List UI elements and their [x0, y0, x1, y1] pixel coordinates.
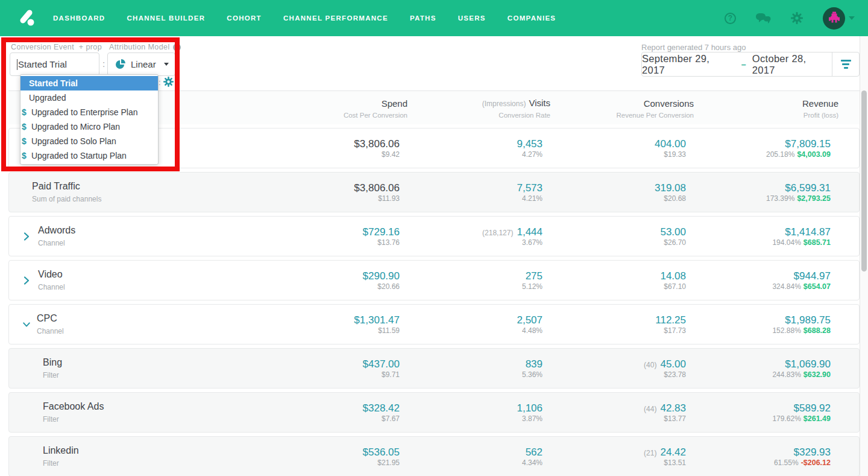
conversions-cell: 319.08 $20.68 — [563, 182, 693, 203]
conversions-count: (21) — [644, 449, 656, 457]
profit-amount: $2,793.25 — [797, 194, 831, 203]
impressions-value: (218,127) — [482, 229, 513, 237]
user-menu[interactable] — [823, 7, 855, 30]
attribution-model-label: Attribution Model i — [109, 43, 181, 51]
cost-per-conversion: $13.76 — [226, 238, 407, 247]
conversion-event-value: Started Trial — [18, 59, 67, 69]
caret-down-icon — [164, 63, 169, 66]
table-row[interactable]: Linkedin Filter $536.05 $21.95 562 4.34%… — [8, 436, 860, 476]
row-name: CPC — [37, 313, 64, 324]
profit-pct: 173.39% — [766, 194, 794, 203]
nav-item-dashboard[interactable]: DASHBOARD — [53, 14, 105, 22]
conversions-cell: (40)45.00 $23.78 — [563, 358, 693, 379]
revenue-cell: $7,809.15 205.18%$4,003.09 — [706, 138, 838, 159]
conversions-value: 53.00 — [660, 226, 686, 238]
table-row[interactable]: Video Channel $290.90 $20.66 275 5.12% 1… — [8, 260, 860, 300]
dollar-icon: $ — [22, 148, 29, 163]
revenue-value: $7,809.15 — [785, 138, 831, 150]
attribution-logo[interactable] — [17, 8, 37, 28]
attribution-model-select[interactable]: Linear — [107, 52, 175, 76]
conversion-event-input[interactable]: Started Trial — [10, 52, 99, 76]
settings-gear-icon[interactable] — [163, 77, 174, 89]
nav-item-channel-builder[interactable]: CHANNEL BUILDER — [127, 14, 205, 22]
conversion-rate: 5.36% — [420, 370, 550, 379]
revenue-cell: $589.92 179.62%$261.49 — [706, 402, 838, 423]
chevron-right-icon[interactable] — [24, 276, 32, 285]
nav-item-users[interactable]: USERS — [458, 14, 486, 22]
spend-cell: $3,806.06 $11.93 — [226, 182, 407, 203]
chat-icon[interactable] — [756, 13, 771, 24]
nav-item-channel-performance[interactable]: CHANNEL PERFORMANCE — [283, 14, 388, 22]
profit-pct: 179.62% — [772, 414, 800, 423]
chevron-down-icon — [849, 16, 855, 20]
revenue-per-conversion: $19.33 — [563, 150, 693, 159]
channel-table: $3,806.06 $9.42 9,453 4.27% 404.00 $19.3… — [0, 128, 868, 476]
profit-amount: $688.28 — [804, 326, 831, 335]
header-visits: (Impressions)Visits Conversion Rate — [421, 98, 550, 119]
revenue-per-conversion: $20.68 — [563, 194, 693, 203]
row-name: Bing — [43, 357, 62, 368]
row-type: Filter — [43, 459, 79, 468]
visits-cell: 1,106 3.87% — [420, 402, 550, 423]
profit-amount: $4,003.09 — [797, 150, 831, 159]
help-icon[interactable]: ? — [725, 13, 736, 24]
nav-item-cohort[interactable]: COHORT — [227, 14, 262, 22]
visits-value: 562 — [526, 446, 542, 458]
table-row[interactable]: Facebook Ads Filter $328.42 $7.67 1,106 … — [8, 392, 860, 433]
revenue-value: $1,069.90 — [785, 358, 831, 370]
scrollbar[interactable] — [860, 36, 868, 476]
date-range-picker[interactable]: September 29, 2017 – October 28, 2017 — [641, 52, 860, 77]
gear-icon[interactable] — [791, 12, 803, 24]
row-name: Linkedin — [43, 445, 79, 456]
spend-cell: $729.16 $13.76 — [226, 226, 407, 247]
filter-sort-icon[interactable] — [832, 52, 859, 76]
scrollbar-thumb[interactable] — [861, 90, 867, 271]
row-name: Paid Traffic — [32, 181, 101, 192]
revenue-per-conversion: $17.73 — [563, 326, 693, 335]
table-row[interactable]: Adwords Channel $729.16 $13.76 (218,127)… — [8, 216, 860, 256]
cost-per-conversion: $7.67 — [226, 414, 407, 423]
nav-item-companies[interactable]: COMPANIES — [508, 14, 556, 22]
cost-per-conversion: $21.95 — [226, 459, 407, 467]
chevron-right-icon[interactable] — [24, 232, 32, 241]
date-range-text[interactable]: September 29, 2017 – October 28, 2017 — [642, 52, 832, 76]
revenue-per-conversion: $26.70 — [563, 238, 693, 247]
dropdown-item-upgraded[interactable]: Upgraded — [20, 90, 158, 105]
add-prop-link[interactable]: + prop — [79, 43, 102, 51]
conversion-rate: 4.48% — [420, 326, 550, 335]
table-row[interactable]: Bing Filter $437.00 $9.71 839 5.36% (40)… — [8, 348, 860, 389]
dollar-icon: $ — [22, 119, 29, 134]
cost-per-conversion: $11.93 — [226, 194, 407, 203]
chevron-down-icon[interactable] — [22, 322, 31, 328]
conversions-count: (40) — [644, 361, 656, 369]
spend-value: $1,301.47 — [354, 314, 400, 326]
revenue-cell: $1,989.75 152.88%$688.28 — [706, 314, 838, 335]
revenue-cell: $329.93 61.55%-$206.12 — [706, 446, 838, 467]
dropdown-item-upgraded-micro[interactable]: $ Upgraded to Micro Plan — [20, 119, 158, 134]
dropdown-item-upgraded-solo[interactable]: $ Upgraded to Solo Plan — [20, 134, 158, 148]
visits-value: 1,444 — [517, 226, 542, 238]
dropdown-item-started-trial[interactable]: Started Trial — [20, 76, 158, 90]
revenue-cell: $6,599.31 173.39%$2,793.25 — [706, 182, 838, 203]
table-row[interactable]: CPC Channel $1,301.47 $11.59 2,507 4.48%… — [8, 304, 860, 344]
dollar-icon: $ — [22, 105, 29, 119]
field-separator: : — [102, 59, 105, 69]
spend-cell: $1,301.47 $11.59 — [226, 314, 407, 335]
spend-value: $290.90 — [363, 270, 400, 282]
nav-item-paths[interactable]: PATHS — [410, 14, 436, 22]
row-type: Channel — [37, 327, 64, 335]
header-conversions: Conversions Revenue Per Conversion — [564, 98, 694, 119]
avatar[interactable] — [823, 7, 845, 30]
info-icon[interactable]: i — [173, 43, 181, 51]
visits-cell: 275 5.12% — [420, 270, 550, 291]
cost-per-conversion: $11.59 — [226, 326, 407, 335]
conversions-count: (44) — [644, 405, 656, 413]
spend-cell: $536.05 $21.95 — [226, 446, 407, 467]
conversion-event-label: Conversion Event + prop — [11, 43, 102, 51]
dropdown-item-upgraded-enterprise[interactable]: $ Upgraded to Enterprise Plan — [20, 105, 158, 119]
visits-value: 7,573 — [517, 182, 542, 194]
dropdown-item-upgraded-startup[interactable]: $ Upgraded to Startup Plan — [20, 148, 158, 163]
conversion-rate: 3.87% — [420, 414, 550, 423]
revenue-cell: $1,414.87 194.04%$685.71 — [706, 226, 838, 247]
conversions-cell: 53.00 $26.70 — [563, 226, 693, 247]
